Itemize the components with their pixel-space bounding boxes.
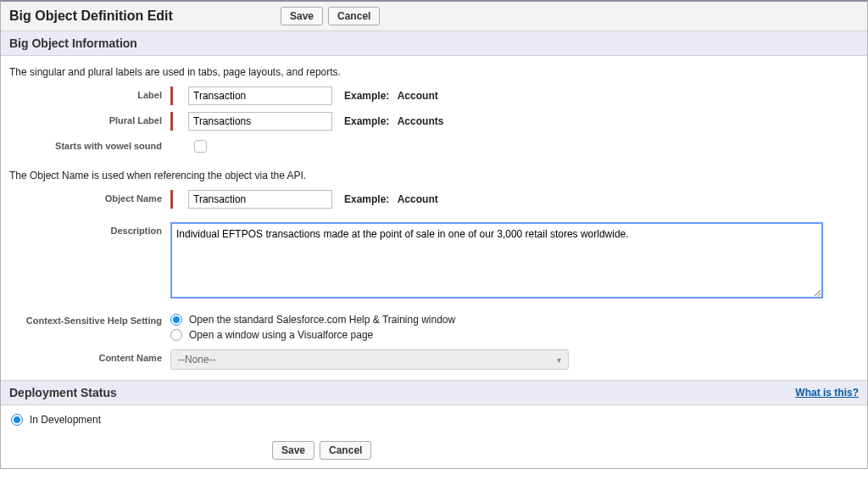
radio-help-vf[interactable]: Open a window using a Visualforce page	[170, 329, 455, 341]
page-title: Big Object Definition Edit	[9, 8, 281, 24]
radio-help-standard[interactable]: Open the standard Salesforce.com Help & …	[170, 314, 455, 326]
radio-icon	[170, 329, 182, 341]
help-options: Open the standard Salesforce.com Help & …	[170, 312, 455, 343]
radio-icon	[170, 314, 182, 326]
section-deploy-body: In Development	[1, 405, 867, 441]
required-bar-icon	[170, 190, 173, 209]
input-col-description	[170, 222, 823, 299]
select-contentname-value: --None--	[178, 354, 216, 365]
example-static-3: Example:	[344, 193, 389, 205]
radio-help-standard-label: Open the standard Salesforce.com Help & …	[189, 314, 455, 326]
row-label: Label Example: Account	[9, 86, 859, 105]
required-bar-icon	[170, 86, 173, 105]
input-col-vowel	[170, 137, 207, 153]
input-col-contentname: --None-- ▾	[170, 349, 569, 370]
example-objectname-value: Account	[398, 193, 438, 205]
example-label-value: Account	[398, 90, 438, 102]
input-col-label: Example: Account	[170, 86, 438, 105]
lbl-vowel: Starts with vowel sound	[9, 137, 170, 151]
input-col-objectname: Example: Account	[170, 190, 438, 209]
chevron-updown-icon: ▾	[557, 355, 561, 365]
lbl-label: Label	[9, 86, 170, 100]
lbl-objectname: Object Name	[9, 190, 170, 204]
section-title-info: Big Object Information	[9, 36, 137, 50]
radio-icon	[11, 414, 23, 426]
section-header-info: Big Object Information	[1, 31, 867, 56]
link-what-is-this[interactable]: What is this?	[795, 387, 859, 399]
section-title-deploy: Deployment Status	[9, 386, 117, 399]
lbl-help: Context-Sensitive Help Setting	[9, 312, 170, 326]
header-bar: Big Object Definition Edit Save Cancel	[1, 2, 867, 31]
row-description: Description	[9, 222, 859, 299]
section-info-body: The singular and plural labels are used …	[1, 56, 867, 380]
input-plural[interactable]	[188, 112, 332, 131]
row-plural: Plural Label Example: Accounts	[9, 112, 859, 131]
cancel-button-bottom[interactable]: Cancel	[320, 441, 371, 460]
hint-labels: The singular and plural labels are used …	[9, 66, 859, 78]
example-plural-value: Accounts	[398, 115, 444, 127]
example-static-2: Example:	[344, 115, 389, 127]
lbl-contentname: Content Name	[9, 349, 170, 363]
page-container: Big Object Definition Edit Save Cancel B…	[0, 0, 868, 469]
hint-objectname: The Object Name is used when referencing…	[9, 170, 859, 181]
save-button-bottom[interactable]: Save	[272, 441, 314, 460]
lbl-description: Description	[9, 222, 170, 236]
input-label[interactable]	[188, 86, 332, 105]
lbl-plural: Plural Label	[9, 112, 170, 126]
save-button-top[interactable]: Save	[281, 7, 323, 25]
row-vowel: Starts with vowel sound	[9, 137, 859, 153]
footer-button-row: Save Cancel	[272, 441, 867, 468]
header-button-row: Save Cancel	[281, 7, 380, 25]
row-objectname: Object Name Example: Account	[9, 190, 859, 209]
radio-deploy-dev[interactable]: In Development	[11, 414, 857, 426]
checkbox-vowel[interactable]	[194, 140, 207, 153]
radio-deploy-dev-label: In Development	[30, 414, 101, 426]
input-col-plural: Example: Accounts	[170, 112, 443, 131]
radio-help-vf-label: Open a window using a Visualforce page	[189, 329, 373, 341]
section-header-deploy: Deployment Status What is this?	[1, 380, 867, 405]
row-contentname: Content Name --None-- ▾	[9, 349, 859, 370]
row-help: Context-Sensitive Help Setting Open the …	[9, 312, 859, 343]
cancel-button-top[interactable]: Cancel	[328, 7, 380, 25]
required-bar-icon	[170, 112, 173, 131]
textarea-description[interactable]	[170, 222, 823, 299]
select-contentname[interactable]: --None-- ▾	[170, 349, 569, 370]
input-objectname[interactable]	[188, 190, 332, 209]
example-static-1: Example:	[344, 90, 389, 102]
